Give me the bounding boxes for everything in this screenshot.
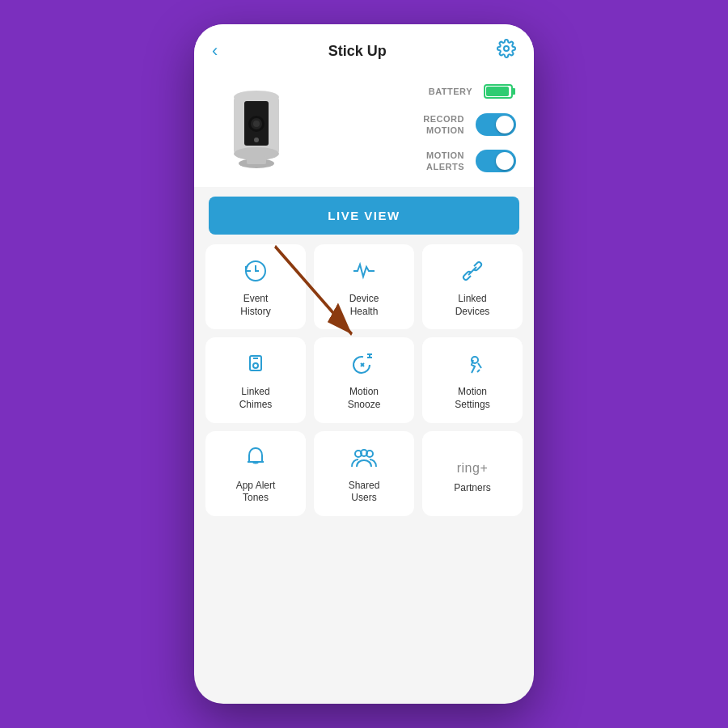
svg-rect-12 xyxy=(512,88,515,95)
linked-chimes-icon xyxy=(243,352,268,379)
ring-partners-label: Partners xyxy=(454,482,490,495)
app-alert-icon xyxy=(243,446,268,473)
ring-partners-item[interactable]: ring+ Partners xyxy=(422,431,523,516)
back-button[interactable]: ‹ xyxy=(212,40,218,61)
linked-devices-icon xyxy=(460,259,485,286)
phone-frame: ‹ Stick Up xyxy=(194,24,534,704)
event-history-label: EventHistory xyxy=(240,293,270,318)
linked-devices-item[interactable]: LinkedDevices xyxy=(422,244,523,329)
event-history-item[interactable]: EventHistory xyxy=(205,244,306,329)
record-motion-toggle[interactable] xyxy=(476,113,516,136)
page-title: Stick Up xyxy=(328,43,387,60)
motion-snooze-item[interactable]: MotionSnooze xyxy=(314,337,414,422)
motion-settings-icon xyxy=(460,352,485,379)
device-health-label: DeviceHealth xyxy=(349,293,379,318)
linked-chimes-item[interactable]: LinkedChimes xyxy=(205,337,306,422)
record-motion-label: RECORDMOTION xyxy=(423,113,464,137)
shared-users-icon xyxy=(350,446,378,473)
svg-point-8 xyxy=(254,138,259,142)
app-alert-tones-item[interactable]: App AlertTones xyxy=(205,431,306,516)
event-history-icon xyxy=(243,259,268,286)
settings-icon[interactable] xyxy=(497,39,516,63)
svg-rect-10 xyxy=(247,156,266,164)
svg-point-0 xyxy=(504,46,509,51)
controls-column: BATTERY RECORDMOTION xyxy=(301,83,516,172)
device-health-item[interactable]: DeviceHealth xyxy=(314,244,414,329)
grid-row-2: LinkedChimes MotionSnooze xyxy=(205,337,523,422)
battery-icon xyxy=(484,83,516,100)
grid-row-1: EventHistory DeviceHealth xyxy=(205,244,523,329)
shared-users-label: SharedUsers xyxy=(349,480,380,505)
linked-devices-label: LinkedDevices xyxy=(455,293,490,318)
live-view-button[interactable]: LIVE VIEW xyxy=(209,197,519,235)
battery-row: BATTERY xyxy=(317,83,516,100)
svg-line-24 xyxy=(478,363,481,368)
motion-snooze-icon xyxy=(352,352,376,379)
motion-settings-label: MotionSettings xyxy=(455,386,489,411)
motion-alerts-label: MOTIONALERTS xyxy=(426,150,464,173)
linked-chimes-label: LinkedChimes xyxy=(239,386,273,411)
grid-section: EventHistory DeviceHealth xyxy=(194,235,534,534)
motion-snooze-label: MotionSnooze xyxy=(348,386,381,411)
device-section: BATTERY RECORDMOTION xyxy=(194,74,534,187)
camera-image xyxy=(212,83,301,172)
svg-rect-13 xyxy=(486,87,509,96)
motion-alerts-row: MOTIONALERTS xyxy=(317,150,516,173)
svg-point-16 xyxy=(253,363,258,368)
motion-alerts-toggle[interactable] xyxy=(476,150,516,172)
svg-point-7 xyxy=(253,121,260,127)
header: ‹ Stick Up xyxy=(194,24,534,74)
app-alert-tones-label: App AlertTones xyxy=(236,480,276,505)
grid-row-3: App AlertTones SharedUsers xyxy=(205,431,523,516)
device-health-icon xyxy=(352,259,376,286)
battery-label: BATTERY xyxy=(429,87,472,96)
record-motion-row: RECORDMOTION xyxy=(317,113,516,137)
motion-settings-item[interactable]: MotionSettings xyxy=(422,337,523,422)
ring-plus-icon: ring+ xyxy=(457,455,489,476)
shared-users-item[interactable]: SharedUsers xyxy=(314,431,414,516)
